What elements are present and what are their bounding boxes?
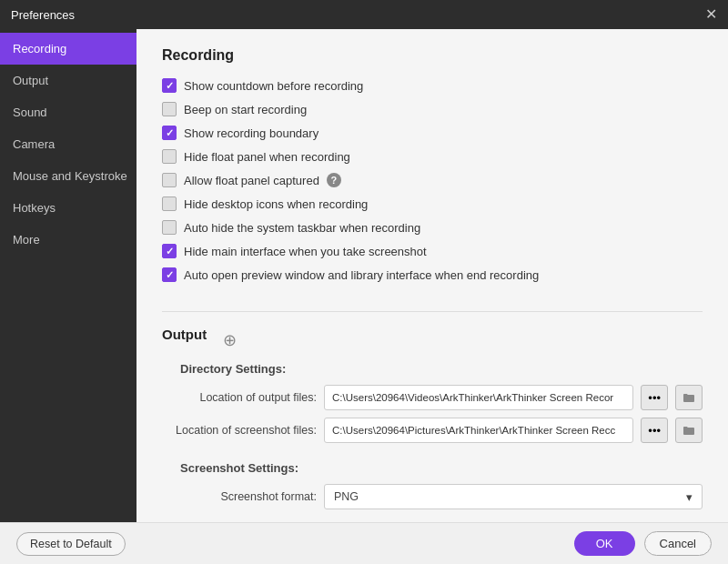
sidebar-item-camera[interactable]: Camera [0, 128, 136, 160]
checkbox-row-hide-icons: Hide desktop icons when recording [162, 196, 703, 211]
chevron-down-icon: ▾ [686, 490, 693, 504]
ok-button[interactable]: OK [574, 531, 635, 556]
checkbox-boundary[interactable] [162, 126, 177, 140]
section-divider [162, 311, 703, 312]
svg-rect-0 [683, 395, 694, 402]
checkbox-label-auto-open: Auto open preview window and library int… [184, 268, 539, 282]
output-section-title: Output [162, 327, 207, 342]
reset-button[interactable]: Reset to Default [16, 532, 126, 556]
main-area: Recording Output Sound Camera Mouse and … [0, 29, 728, 522]
sidebar-item-sound[interactable]: Sound [0, 96, 136, 128]
output-files-label: Location of output files: [162, 391, 317, 404]
output-files-value: C:\Users\20964\Videos\ArkThinker\ArkThin… [324, 385, 633, 410]
checkbox-countdown[interactable] [162, 78, 177, 93]
screenshot-settings-title: Screenshot Settings: [180, 461, 703, 475]
recording-checkboxes: Show countdown before recording Beep on … [162, 78, 703, 282]
checkbox-label-boundary: Show recording boundary [184, 126, 318, 140]
format-label: Screenshot format: [162, 490, 317, 503]
checkbox-beep[interactable] [162, 102, 177, 116]
footer-right: OK Cancel [574, 531, 712, 556]
checkbox-label-beep: Beep on start recording [184, 103, 307, 116]
sidebar-item-recording[interactable]: Recording [0, 33, 136, 65]
sidebar-item-hotkeys[interactable]: Hotkeys [0, 192, 136, 224]
cancel-button[interactable]: Cancel [644, 531, 712, 556]
checkbox-row-hide-taskbar: Auto hide the system taskbar when record… [162, 220, 703, 235]
recording-section-title: Recording [162, 47, 703, 64]
dir-settings-title: Directory Settings: [180, 362, 703, 376]
footer: Reset to Default OK Cancel [0, 522, 728, 564]
close-button[interactable]: ✕ [705, 7, 717, 22]
format-select[interactable]: PNG ▾ [324, 484, 703, 509]
help-icon[interactable]: ? [327, 173, 341, 187]
sidebar-item-more[interactable]: More [0, 224, 136, 256]
screenshot-files-dots-button[interactable]: ••• [641, 418, 668, 443]
checkbox-allow-float[interactable] [162, 173, 177, 187]
checkbox-label-hide-main: Hide main interface when you take screen… [184, 245, 427, 258]
checkbox-hide-main[interactable] [162, 244, 177, 258]
sidebar: Recording Output Sound Camera Mouse and … [0, 29, 136, 522]
checkbox-hide-taskbar[interactable] [162, 220, 177, 235]
checkbox-hide-icons[interactable] [162, 196, 177, 211]
screenshot-files-row: Location of screenshot files: C:\Users\2… [162, 418, 703, 443]
checkbox-row-hide-float: Hide float panel when recording [162, 149, 703, 164]
output-section: Output ⊕ Directory Settings: Location of… [162, 327, 703, 509]
format-value: PNG [334, 490, 359, 503]
checkbox-label-hide-float: Hide float panel when recording [184, 150, 350, 164]
window-title: Preferences [11, 8, 75, 22]
sidebar-item-mouse-keystroke[interactable]: Mouse and Keystroke [0, 160, 136, 192]
checkbox-row-countdown: Show countdown before recording [162, 78, 703, 93]
checkbox-hide-float[interactable] [162, 149, 177, 164]
output-files-folder-button[interactable] [675, 385, 703, 410]
title-bar: Preferences ✕ [0, 0, 728, 29]
checkbox-auto-open[interactable] [162, 267, 177, 282]
svg-rect-1 [683, 428, 694, 435]
checkbox-label-countdown: Show countdown before recording [184, 79, 363, 93]
checkbox-row-beep: Beep on start recording [162, 102, 703, 116]
content-area: Recording Show countdown before recordin… [136, 29, 728, 522]
checkbox-label-allow-float: Allow float panel captured [184, 174, 319, 187]
screenshot-files-folder-button[interactable] [675, 418, 703, 443]
move-icon: ⊕ [223, 330, 237, 350]
sidebar-item-output[interactable]: Output [0, 65, 136, 96]
preferences-window: Preferences ✕ Recording Output Sound Cam… [0, 0, 728, 564]
checkbox-row-hide-main: Hide main interface when you take screen… [162, 244, 703, 258]
checkbox-label-hide-taskbar: Auto hide the system taskbar when record… [184, 221, 420, 235]
checkbox-row-auto-open: Auto open preview window and library int… [162, 267, 703, 282]
checkbox-label-hide-icons: Hide desktop icons when recording [184, 197, 368, 211]
screenshot-files-label: Location of screenshot files: [162, 424, 317, 437]
output-files-dots-button[interactable]: ••• [641, 385, 668, 410]
output-files-row: Location of output files: C:\Users\20964… [162, 385, 703, 410]
checkbox-row-boundary: Show recording boundary [162, 126, 703, 140]
format-row: Screenshot format: PNG ▾ [162, 484, 703, 509]
checkbox-row-allow-float: Allow float panel captured ? [162, 173, 703, 187]
screenshot-files-value: C:\Users\20964\Pictures\ArkThinker\ArkTh… [324, 418, 633, 443]
